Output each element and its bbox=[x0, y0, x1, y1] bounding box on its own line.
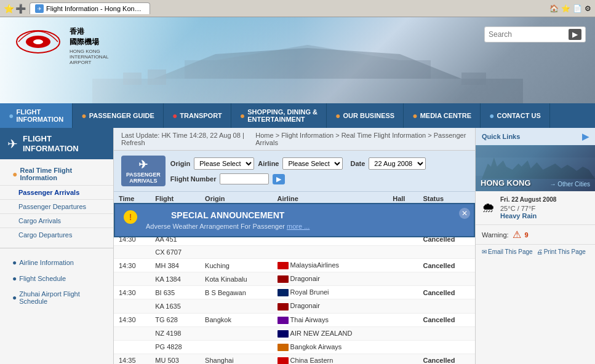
nav-item-shopping[interactable]: ● SHOPPING, DINING &ENTERTAINMENT bbox=[231, 103, 327, 128]
cell-flight: PG 4828 bbox=[150, 340, 200, 354]
warning-signal-icon: ⚠ bbox=[513, 229, 521, 240]
filter-go-button[interactable]: ▶ bbox=[273, 174, 285, 184]
sidebar-section-other: ● Airline Information ● Flight Schedule … bbox=[0, 251, 113, 312]
arrivals-icon: ✈ PASSENGERARRIVALS bbox=[121, 156, 166, 186]
date-select[interactable]: 22 Aug 2008 bbox=[369, 157, 426, 170]
sidebar-item-passenger-arrivals[interactable]: Passenger Arrivals bbox=[0, 185, 113, 199]
quick-links-header: Quick Links ▶ bbox=[476, 128, 595, 145]
header-search-bar[interactable]: ▶ bbox=[484, 26, 586, 42]
logo-text: 香港國際機場 HONG KONGINTERNATIONALAIRPORT bbox=[70, 26, 108, 65]
cell-time bbox=[114, 326, 150, 340]
cell-origin bbox=[200, 326, 272, 340]
cell-origin: Kuching bbox=[200, 259, 272, 272]
cell-airline: Dragonair bbox=[273, 272, 388, 286]
arrivals-plane-symbol: ✈ bbox=[138, 158, 148, 172]
sidebar-label-zhuhai: Zhuhai Airport FlightSchedule bbox=[19, 290, 79, 305]
announcement-text: Adverse Weather Arrangement For Passenge… bbox=[146, 223, 285, 230]
browser-btn-1[interactable]: 🏠 bbox=[549, 4, 559, 13]
sidebar-title: FLIGHTINFORMATION bbox=[23, 134, 79, 153]
tab-icon-star[interactable]: ⭐ bbox=[4, 4, 14, 14]
email-page-link[interactable]: ✉ Email This Page bbox=[482, 248, 533, 255]
weather-icon: 🌧 bbox=[482, 200, 495, 216]
browser-toolbar: ⭐ ➕ ✈ Flight Information - Hong Kong Int… bbox=[0, 0, 595, 17]
browser-tab[interactable]: ✈ Flight Information - Hong Kong Interna… bbox=[30, 2, 150, 14]
sidebar-item-zhuhai[interactable]: ● Zhuhai Airport FlightSchedule bbox=[0, 287, 113, 309]
table-row: 14:30 MH 384 Kuching MalaysiaAirlines Ca… bbox=[114, 259, 475, 272]
header-search-button[interactable]: ▶ bbox=[569, 29, 581, 40]
nav-label-transport: TRANSPORT bbox=[180, 112, 222, 119]
nav-item-passenger-guide[interactable]: ● PASSENGER GUIDE bbox=[73, 103, 164, 128]
sidebar-section-realtime: ● Real Time FlightInformation Passenger … bbox=[0, 159, 113, 245]
announcement-close-button[interactable]: ✕ bbox=[459, 208, 470, 219]
sidebar-label-cargo-arrivals: Cargo Arrivals bbox=[18, 217, 61, 224]
table-row: NZ 4198 AIR NEW ZEALAND bbox=[114, 326, 475, 340]
print-page-link[interactable]: 🖨 Print This Page bbox=[537, 248, 586, 255]
cell-airline: MalaysiaAirlines bbox=[273, 259, 388, 272]
flight-table-container: Time Flight Origin Airline Hall Status 1… bbox=[114, 192, 475, 364]
nav-item-flight-info[interactable]: ● FLIGHTINFORMATION bbox=[0, 103, 73, 128]
sidebar-realtime-label: Real Time FlightInformation bbox=[20, 167, 72, 181]
cell-flight: CX 6707 bbox=[150, 246, 200, 259]
cell-airline: Royal Brunei bbox=[273, 286, 388, 299]
airline-select[interactable]: Please Select bbox=[282, 157, 343, 170]
refresh-link[interactable]: Refresh bbox=[121, 139, 145, 146]
sidebar-item-passenger-departures[interactable]: Passenger Departures bbox=[0, 199, 113, 213]
sidebar-item-airline-info[interactable]: ● Airline Information bbox=[0, 255, 113, 271]
cell-origin: Bangkok bbox=[200, 313, 272, 326]
sidebar-item-flight-schedule[interactable]: ● Flight Schedule bbox=[0, 271, 113, 287]
tab-icon-plus[interactable]: ➕ bbox=[15, 4, 26, 14]
sidebar-item-cargo-departures[interactable]: Cargo Departures bbox=[0, 228, 113, 242]
cell-airline bbox=[273, 246, 388, 259]
cell-airline: Thai Airways bbox=[273, 313, 388, 326]
sidebar-bullet-zhuhai: ● bbox=[12, 293, 17, 302]
cell-flight: BI 635 bbox=[150, 286, 200, 299]
hk-banner[interactable]: HONG KONG → Other Cities bbox=[476, 145, 595, 191]
announcement-title: SPECIAL ANNOUNCEMENT bbox=[146, 210, 309, 220]
sidebar-item-cargo-arrivals[interactable]: Cargo Arrivals bbox=[0, 213, 113, 228]
nav-bullet-contact: ● bbox=[489, 111, 494, 121]
browser-btn-4[interactable]: ⚙ bbox=[585, 4, 591, 13]
email-label: Email This Page bbox=[488, 248, 533, 255]
hk-label: HONG KONG bbox=[481, 178, 531, 188]
nav-item-transport[interactable]: ● TRANSPORT bbox=[164, 103, 231, 128]
origin-select[interactable]: Please Select bbox=[194, 157, 254, 170]
nav-bullet-business: ● bbox=[335, 111, 340, 121]
other-cities-link[interactable]: → Other Cities bbox=[549, 181, 590, 188]
warning-box: Warning: ⚠ 9 bbox=[476, 225, 595, 245]
last-update-text: Last Update: HK Time 14:28, 22 Aug 08 | bbox=[121, 132, 244, 139]
tab-title: Flight Information - Hong Kong Internati… bbox=[46, 5, 145, 12]
breadcrumb-bar: Last Update: HK Time 14:28, 22 Aug 08 | … bbox=[114, 128, 475, 151]
tab-icons: ⭐ ➕ bbox=[4, 4, 26, 14]
header-search-input[interactable] bbox=[489, 30, 569, 39]
cell-hall bbox=[388, 272, 418, 286]
cell-time: 14:30 bbox=[114, 286, 150, 299]
warning-label: Warning: bbox=[482, 231, 509, 239]
cell-time: 14:30 bbox=[114, 313, 150, 326]
quick-links-icon: ▶ bbox=[582, 132, 589, 141]
announcement-body: Adverse Weather Arrangement For Passenge… bbox=[146, 223, 309, 230]
nav-item-business[interactable]: ● OUR BUSINESS bbox=[327, 103, 404, 128]
cell-time bbox=[114, 340, 150, 354]
announcement-more-link[interactable]: more ... bbox=[287, 223, 309, 230]
announcement-warning-icon: ! bbox=[124, 210, 137, 224]
arrivals-label: PASSENGERARRIVALS bbox=[126, 172, 161, 184]
warning-signal: 9 bbox=[525, 231, 529, 239]
nav-bullet-transport: ● bbox=[172, 111, 177, 121]
cell-origin bbox=[200, 246, 272, 259]
airport-logo: 香港國際機場 HONG KONGINTERNATIONALAIRPORT bbox=[12, 26, 108, 66]
browser-btn-3[interactable]: 📄 bbox=[573, 4, 582, 13]
nav-item-media[interactable]: ● MEDIA CENTRE bbox=[404, 103, 481, 128]
cell-time bbox=[114, 272, 150, 286]
print-label: Print This Page bbox=[544, 248, 586, 255]
cell-hall bbox=[388, 326, 418, 340]
browser-btn-2[interactable]: ⭐ bbox=[561, 4, 570, 13]
cell-time: 14:30 bbox=[114, 259, 150, 272]
date-label: Date bbox=[350, 160, 365, 167]
special-announcement: ✕ ! SPECIAL ANNOUNCEMENT Adverse Weather… bbox=[114, 203, 475, 237]
flight-number-input[interactable] bbox=[220, 173, 269, 184]
svg-point-9 bbox=[33, 39, 43, 44]
nav-item-contact[interactable]: ● CONTACT US bbox=[481, 103, 550, 128]
cell-airline: Dragonair bbox=[273, 299, 388, 313]
cell-flight: KA 1384 bbox=[150, 272, 200, 286]
sidebar-realtime-link[interactable]: ● Real Time FlightInformation bbox=[0, 163, 113, 185]
